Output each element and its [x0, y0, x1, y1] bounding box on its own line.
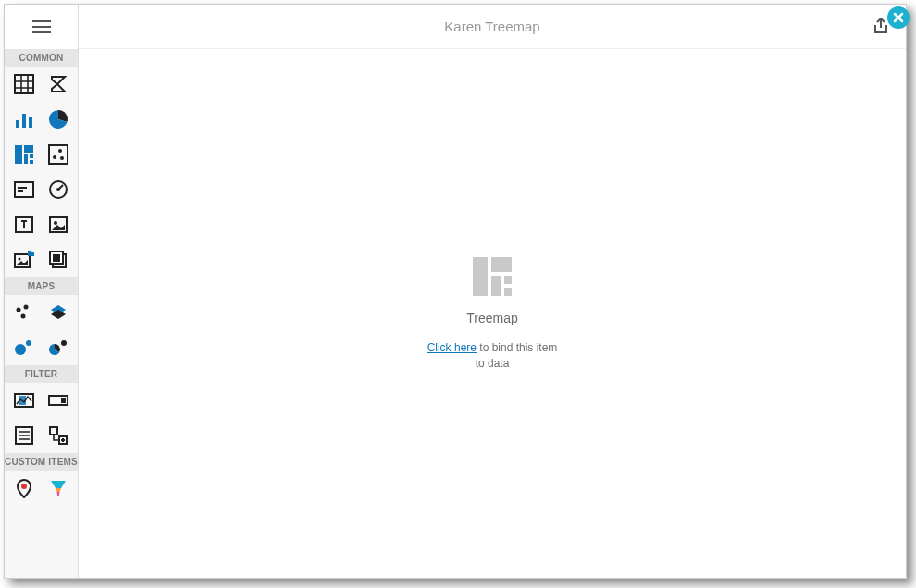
svg-rect-2 [22, 114, 26, 128]
item-range[interactable] [6, 386, 42, 414]
close-icon [893, 12, 904, 23]
svg-rect-37 [61, 398, 66, 403]
svg-point-22 [18, 258, 20, 261]
card-icon [14, 179, 34, 200]
common-items [5, 67, 78, 277]
item-grid[interactable] [6, 70, 42, 98]
svg-point-17 [56, 188, 60, 191]
custom-items [5, 471, 78, 506]
maps-items [5, 295, 78, 365]
svg-rect-4 [15, 145, 22, 164]
content-header: Karen Treemap [79, 5, 906, 49]
gauge-icon [48, 179, 68, 200]
combobox-icon [48, 390, 68, 410]
svg-point-11 [58, 149, 62, 153]
item-scatter[interactable] [42, 141, 77, 168]
item-geopoint[interactable] [42, 299, 77, 326]
item-combobox[interactable] [42, 386, 77, 414]
group-icon [48, 250, 68, 270]
item-textbox[interactable] [6, 211, 42, 239]
item-gauge[interactable] [42, 176, 77, 203]
pie-chart-icon [48, 109, 68, 129]
item-piemap[interactable] [42, 334, 77, 361]
close-button[interactable] [887, 6, 910, 29]
item-chart[interactable] [6, 105, 42, 133]
item-bubblemap[interactable] [6, 334, 42, 361]
empty-inner: Treemap Click here to bind this item to … [423, 255, 562, 372]
item-choropleth[interactable] [6, 299, 42, 326]
svg-rect-46 [504, 288, 512, 296]
item-bound-image[interactable] [6, 246, 42, 274]
menu-bar [5, 5, 78, 49]
svg-rect-0 [15, 75, 33, 93]
svg-rect-13 [15, 182, 33, 197]
treemap-icon [14, 144, 34, 165]
svg-rect-23 [28, 251, 31, 256]
item-listbox[interactable] [6, 422, 42, 449]
hamburger-menu[interactable] [32, 20, 51, 33]
svg-point-31 [15, 344, 26, 355]
svg-rect-27 [53, 254, 60, 262]
item-funnel[interactable] [42, 474, 77, 502]
item-treeview[interactable] [42, 422, 77, 449]
treemap-placeholder-icon [423, 255, 562, 301]
svg-rect-42 [473, 257, 488, 296]
svg-point-28 [16, 308, 20, 312]
svg-rect-45 [504, 276, 512, 284]
svg-point-20 [54, 221, 57, 225]
svg-rect-39 [50, 427, 57, 435]
sigma-icon [48, 74, 68, 94]
image-icon [48, 214, 68, 235]
item-pivot[interactable] [42, 70, 77, 98]
section-custom: CUSTOM ITEMS [5, 453, 78, 471]
svg-point-10 [53, 155, 56, 159]
item-pie[interactable] [42, 105, 77, 133]
listbox-icon [14, 425, 34, 446]
item-group[interactable] [42, 246, 77, 274]
svg-point-30 [20, 314, 25, 319]
choropleth-icon [14, 302, 34, 323]
filter-items [5, 383, 78, 453]
item-image[interactable] [42, 211, 77, 239]
sidebar: COMMON [5, 5, 79, 578]
layers-icon [48, 302, 68, 323]
pie-map-icon [48, 337, 68, 358]
svg-rect-9 [49, 145, 68, 164]
item-treemap[interactable] [6, 141, 42, 168]
empty-state: Treemap Click here to bind this item to … [79, 49, 906, 578]
app-frame: COMMON [4, 4, 907, 579]
grid-icon [14, 74, 34, 94]
svg-point-33 [61, 340, 67, 346]
pin-icon [14, 478, 34, 498]
svg-point-12 [60, 156, 64, 160]
svg-rect-6 [24, 154, 28, 164]
svg-rect-3 [29, 117, 32, 128]
section-filter: FILTER [5, 365, 78, 383]
bound-image-icon [14, 250, 34, 270]
svg-point-41 [21, 484, 27, 489]
svg-rect-44 [491, 276, 501, 296]
svg-rect-43 [491, 257, 512, 272]
empty-name: Treemap [423, 311, 562, 325]
export-button[interactable] [873, 18, 889, 38]
svg-rect-15 [18, 190, 23, 192]
svg-rect-8 [30, 160, 33, 164]
funnel-icon [48, 478, 68, 498]
treeview-icon [48, 425, 68, 446]
svg-point-29 [23, 305, 28, 310]
page-title: Karen Treemap [95, 18, 889, 34]
svg-rect-5 [24, 145, 33, 153]
svg-rect-1 [16, 120, 19, 128]
export-icon [873, 18, 889, 34]
svg-rect-7 [30, 154, 33, 158]
item-card[interactable] [6, 176, 42, 203]
svg-rect-14 [18, 187, 27, 189]
range-filter-icon [14, 390, 34, 410]
empty-hint: Click here to bind this item to data [423, 340, 562, 372]
bind-data-link[interactable]: Click here [427, 341, 477, 354]
bubble-map-icon [14, 337, 34, 358]
empty-hint-rest: to bind this item to data [476, 341, 558, 370]
textbox-icon [14, 214, 34, 235]
item-online-map[interactable] [6, 474, 42, 502]
scatter-icon [48, 144, 68, 165]
